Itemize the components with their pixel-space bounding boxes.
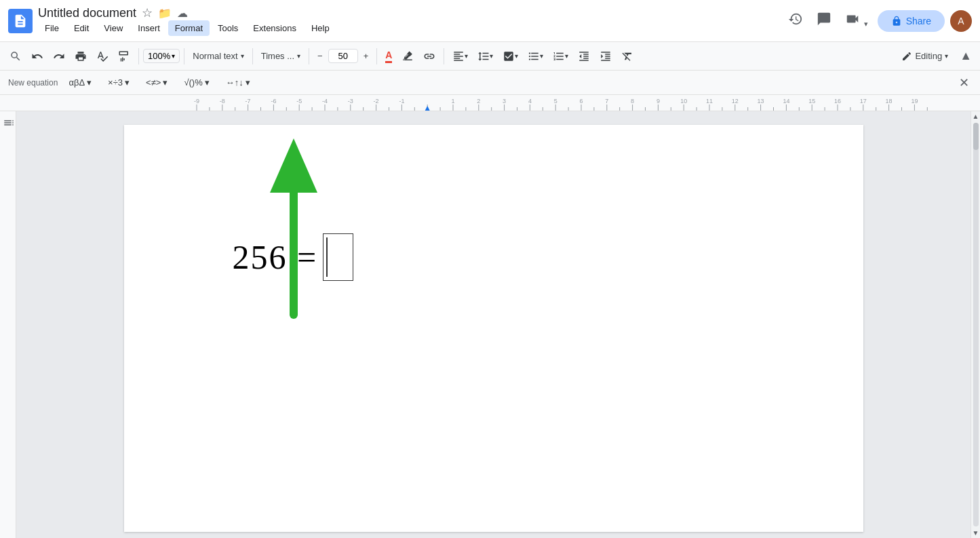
increase-indent-button[interactable] bbox=[595, 47, 616, 65]
greek-symbols-button[interactable]: αβΔ ▾ bbox=[63, 75, 97, 90]
operations-button[interactable]: ×÷3 ▾ bbox=[102, 75, 135, 90]
greek-dropdown-icon: ▾ bbox=[87, 77, 92, 88]
search-button[interactable] bbox=[5, 47, 26, 65]
zoom-control[interactable]: 100% ▾ bbox=[143, 49, 180, 63]
divider-2 bbox=[184, 48, 184, 64]
menu-file[interactable]: File bbox=[38, 20, 66, 36]
star-icon[interactable]: ☆ bbox=[142, 5, 153, 20]
print-button[interactable] bbox=[71, 47, 91, 65]
checklist-button[interactable]: ▾ bbox=[498, 47, 522, 65]
history-button[interactable] bbox=[784, 7, 807, 34]
collapse-toolbar-button[interactable]: ▲ bbox=[957, 46, 975, 66]
menu-tools[interactable]: Tools bbox=[211, 20, 245, 36]
paragraph-style-select[interactable]: Normal text ▾ bbox=[189, 48, 248, 64]
comments-button[interactable] bbox=[812, 7, 836, 34]
cloud-icon[interactable]: ☁ bbox=[177, 7, 188, 20]
text-cursor bbox=[326, 237, 328, 277]
line-spacing-button[interactable]: ▾ bbox=[473, 47, 497, 65]
bullet-list-button[interactable]: ▾ bbox=[524, 47, 547, 65]
right-controls: ▾ Share A bbox=[784, 7, 972, 34]
close-equation-bar-button[interactable]: ✕ bbox=[956, 73, 972, 93]
greek-symbol-label: αβΔ bbox=[68, 77, 85, 88]
share-button[interactable]: Share bbox=[878, 10, 945, 32]
menu-extensions[interactable]: Extensions bbox=[246, 20, 303, 36]
share-label: Share bbox=[906, 16, 931, 26]
folder-icon[interactable]: 📁 bbox=[158, 7, 172, 20]
comparisons-button[interactable]: <≠> ▾ bbox=[140, 75, 173, 90]
font-label: Times ... bbox=[261, 51, 294, 61]
user-avatar[interactable]: A bbox=[950, 10, 972, 32]
svg-marker-1 bbox=[270, 138, 317, 193]
equation-content: 256 = bbox=[233, 233, 796, 281]
title-section: Untitled document ☆ 📁 ☁ File Edit View I… bbox=[38, 5, 779, 36]
comparisons-dropdown-icon: ▾ bbox=[163, 77, 168, 88]
increase-font-button[interactable]: + bbox=[359, 48, 373, 64]
equation-bar: New equation αβΔ ▾ ×÷3 ▾ <≠> ▾ √()% ▾ ↔↑… bbox=[0, 71, 980, 95]
meet-button[interactable]: ▾ bbox=[841, 7, 872, 34]
document-outline-icon[interactable] bbox=[3, 117, 15, 132]
document-page-area[interactable]: 256 = bbox=[16, 111, 971, 538]
font-dropdown-icon: ▾ bbox=[297, 52, 300, 60]
ruler bbox=[0, 95, 980, 111]
menu-insert[interactable]: Insert bbox=[131, 20, 167, 36]
divider-5 bbox=[376, 48, 377, 64]
paragraph-style-label: Normal text bbox=[193, 51, 237, 61]
docs-app-icon bbox=[8, 9, 33, 33]
editing-mode-button[interactable]: Editing ▾ bbox=[894, 47, 956, 65]
menu-help[interactable]: Help bbox=[305, 20, 336, 36]
menu-edit[interactable]: Edit bbox=[67, 20, 96, 36]
radicals-button[interactable]: √()% ▾ bbox=[178, 75, 214, 90]
editing-label: Editing bbox=[915, 51, 942, 61]
zoom-dropdown-icon[interactable]: ▾ bbox=[172, 52, 175, 60]
menu-format[interactable]: Format bbox=[168, 20, 210, 36]
undo-button[interactable] bbox=[27, 47, 47, 65]
spellcheck-button[interactable] bbox=[92, 47, 113, 65]
ruler-canvas bbox=[0, 95, 980, 111]
radicals-label: √()% bbox=[184, 77, 202, 88]
scrollbar[interactable]: ▲ ▼ bbox=[971, 111, 980, 538]
font-select[interactable]: Times ... ▾ bbox=[257, 48, 305, 64]
document-page: 256 = bbox=[124, 125, 863, 532]
arrow-annotation bbox=[260, 132, 328, 322]
divider-1 bbox=[138, 48, 139, 64]
operations-label: ×÷3 bbox=[108, 77, 123, 88]
paragraph-style-icon: ▾ bbox=[241, 52, 244, 60]
menu-bar: File Edit View Insert Format Tools Exten… bbox=[38, 20, 779, 36]
toolbar: 100% ▾ Normal text ▾ Times ... ▾ − 50 + … bbox=[0, 42, 980, 71]
zoom-label: 100% bbox=[148, 51, 170, 61]
menu-view[interactable]: View bbox=[97, 20, 130, 36]
arrows-dropdown-icon: ▾ bbox=[246, 77, 250, 88]
divider-6 bbox=[444, 48, 444, 64]
numbered-list-button[interactable]: ▾ bbox=[549, 47, 572, 65]
divider-3 bbox=[252, 48, 253, 64]
decrease-font-button[interactable]: − bbox=[313, 48, 327, 64]
new-equation-label: New equation bbox=[8, 78, 58, 88]
decrease-indent-button[interactable] bbox=[574, 47, 594, 65]
comparisons-label: <≠> bbox=[146, 77, 161, 88]
main-area: 256 = ▲ ▼ bbox=[0, 111, 980, 538]
highlight-button[interactable] bbox=[397, 47, 418, 65]
link-button[interactable] bbox=[419, 47, 439, 65]
divider-4 bbox=[309, 48, 309, 64]
font-size-input[interactable]: 50 bbox=[328, 49, 358, 63]
radicals-dropdown-icon: ▾ bbox=[205, 77, 210, 88]
equation-text: 256 = bbox=[233, 237, 318, 277]
redo-button[interactable] bbox=[49, 47, 69, 65]
operations-dropdown-icon: ▾ bbox=[125, 77, 130, 88]
arrows-button[interactable]: ↔↑↓ ▾ bbox=[220, 75, 256, 90]
arrows-label: ↔↑↓ bbox=[226, 77, 243, 88]
paint-format-button[interactable] bbox=[114, 47, 134, 65]
left-sidebar bbox=[0, 111, 16, 538]
align-button[interactable]: ▾ bbox=[448, 47, 472, 65]
equation-input-box[interactable] bbox=[323, 233, 353, 281]
document-title[interactable]: Untitled document bbox=[38, 6, 136, 20]
title-bar: Untitled document ☆ 📁 ☁ File Edit View I… bbox=[0, 0, 980, 42]
text-color-button[interactable]: A bbox=[381, 47, 396, 66]
clear-formatting-button[interactable] bbox=[617, 47, 638, 65]
